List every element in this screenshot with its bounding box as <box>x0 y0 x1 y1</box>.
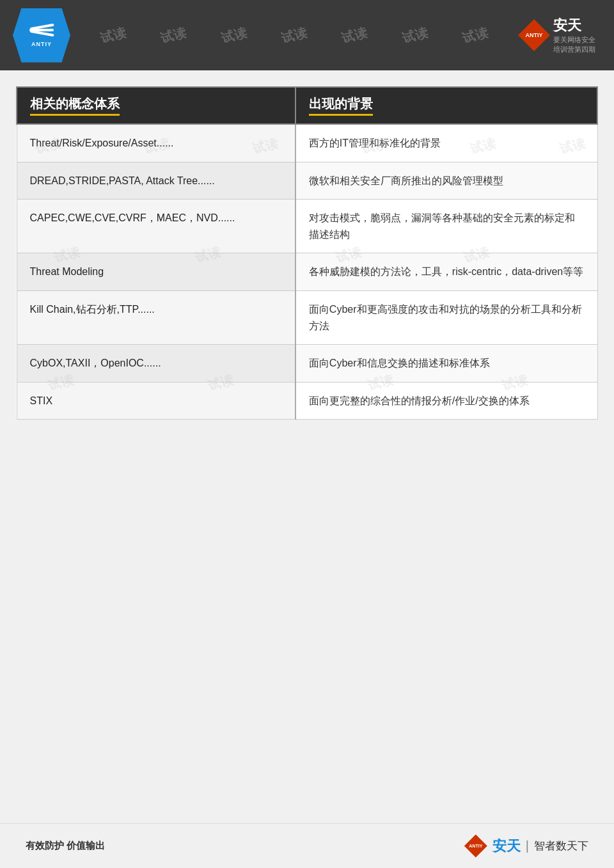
brand-subtitle: 要关网络安全培训营第四期 <box>553 35 601 54</box>
footer-diamond-icon: ANTIY <box>464 835 487 858</box>
right-cell-1: 微软和相关安全厂商所推出的风险管理模型 <box>295 162 597 200</box>
left-cell-2: CAPEC,CWE,CVE,CVRF，MAEC，NVD...... <box>17 200 295 253</box>
logo-label: ANTIY <box>31 41 52 47</box>
right-cell-0: 西方的IT管理和标准化的背景 <box>295 124 597 162</box>
footer-separator: | <box>526 839 529 853</box>
header-wm-5: 试读 <box>340 24 369 47</box>
header-wm-6: 试读 <box>400 24 430 47</box>
footer-tagline: 有效防护 价值输出 <box>26 840 105 852</box>
logo: ANTIY <box>13 8 70 63</box>
right-cell-2: 对攻击模式，脆弱点，漏洞等各种基础的安全元素的标定和描述结构 <box>295 200 597 253</box>
header-right-logo: ANTIY 安天 要关网络安全培训营第四期 <box>518 13 601 58</box>
header-brand: ANTIY 安天 要关网络安全培训营第四期 <box>518 16 601 54</box>
footer: 有效防护 价值输出 ANTIY 安天 | 智者数天下 <box>0 823 614 868</box>
table-row: CybOX,TAXII，OpenIOC......面向Cyber和信息交换的描述… <box>17 345 597 383</box>
col2-header: 出现的背景 <box>295 87 597 124</box>
header-wm-2: 试读 <box>159 24 189 47</box>
right-cell-4: 面向Cyber和更高强度的攻击和对抗的场景的分析工具和分析方法 <box>295 290 597 344</box>
table-row: Threat Modeling各种威胁建模的方法论，工具，risk-centri… <box>17 253 597 291</box>
footer-brand: ANTIY 安天 | 智者数天下 <box>464 835 588 858</box>
right-cell-3: 各种威胁建模的方法论，工具，risk-centric，data-driven等等 <box>295 253 597 291</box>
table-row: DREAD,STRIDE,PASTA, Attack Tree......微软和… <box>17 162 597 200</box>
col1-header: 相关的概念体系 <box>17 87 295 124</box>
left-cell-0: Threat/Risk/Exposure/Asset...... <box>17 124 295 162</box>
header-wm-7: 试读 <box>460 24 490 47</box>
right-cell-5: 面向Cyber和信息交换的描述和标准体系 <box>295 345 597 383</box>
footer-antiy: 安天 <box>492 837 521 856</box>
left-cell-4: Kill Chain,钻石分析,TTP...... <box>17 290 295 344</box>
left-cell-3: Threat Modeling <box>17 253 295 291</box>
col2-header-text: 出现的背景 <box>309 95 373 116</box>
brand-name: 安天 <box>553 16 601 35</box>
header: ANTIY 试读 试读 试读 试读 试读 试读 试读 ANTIY 安天 要关网络… <box>0 0 614 70</box>
table-row: STIX面向更完整的综合性的情报分析/作业/交换的体系 <box>17 382 597 420</box>
table-row: Threat/Risk/Exposure/Asset......西方的IT管理和… <box>17 124 597 162</box>
left-cell-1: DREAD,STRIDE,PASTA, Attack Tree...... <box>17 162 295 200</box>
logo-lines <box>29 23 54 37</box>
header-wm-1: 试读 <box>98 24 128 47</box>
table-row: Kill Chain,钻石分析,TTP......面向Cyber和更高强度的攻击… <box>17 290 597 344</box>
left-cell-5: CybOX,TAXII，OpenIOC...... <box>17 345 295 383</box>
header-watermarks: 试读 试读 试读 试读 试读 试读 试读 <box>70 27 518 44</box>
table-row: CAPEC,CWE,CVE,CVRF，MAEC，NVD......对攻击模式，脆… <box>17 200 597 253</box>
footer-brand-sub: 智者数天下 <box>534 839 588 853</box>
right-cell-6: 面向更完整的综合性的情报分析/作业/交换的体系 <box>295 382 597 420</box>
col1-header-text: 相关的概念体系 <box>30 95 120 116</box>
left-cell-6: STIX <box>17 382 295 420</box>
header-wm-3: 试读 <box>219 24 249 47</box>
header-wm-4: 试读 <box>279 24 309 47</box>
main-table: 相关的概念体系 出现的背景 Threat/Risk/Exposure/Asset… <box>16 86 598 420</box>
